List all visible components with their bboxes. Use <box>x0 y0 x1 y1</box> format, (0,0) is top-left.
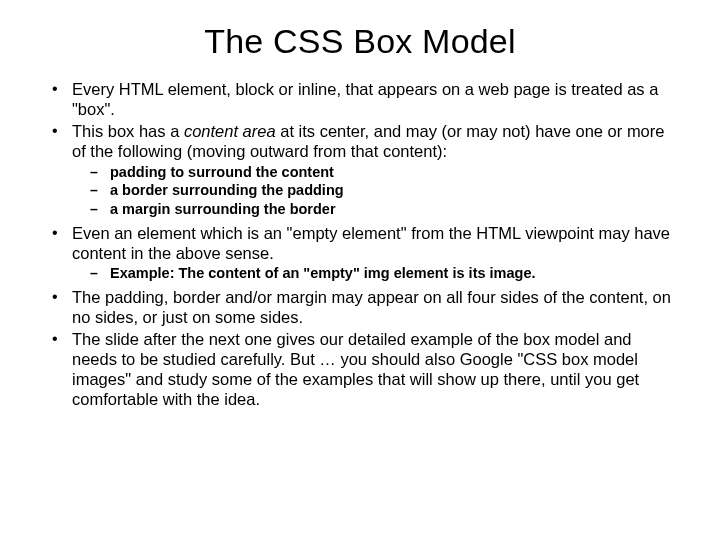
bullet-item: The padding, border and/or margin may ap… <box>44 287 676 327</box>
sub-bullet-item: a border surrounding the padding <box>72 182 676 200</box>
bullet-list: Every HTML element, block or inline, tha… <box>44 79 676 409</box>
sub-bullet-item: a margin surrounding the border <box>72 201 676 219</box>
sub-bullet-item: padding to surround the content <box>72 164 676 182</box>
bullet-emphasis: content area <box>184 122 276 140</box>
sub-bullet-text: Example: The content of an "empty" img e… <box>110 265 535 281</box>
bullet-item: This box has a content area at its cente… <box>44 121 676 218</box>
sub-bullet-text: padding to surround the content <box>110 164 334 180</box>
sub-bullet-text: a margin surrounding the border <box>110 201 336 217</box>
bullet-item: The slide after the next one gives our d… <box>44 329 676 410</box>
bullet-text: The slide after the next one gives our d… <box>72 330 639 408</box>
slide-title: The CSS Box Model <box>0 22 720 61</box>
bullet-item: Every HTML element, block or inline, tha… <box>44 79 676 119</box>
bullet-text: Every HTML element, block or inline, tha… <box>72 80 658 118</box>
sub-bullet-text: a border surrounding the padding <box>110 182 344 198</box>
bullet-text: This box has a <box>72 122 184 140</box>
bullet-item: Even an element which is an "empty eleme… <box>44 223 676 283</box>
bullet-text: The padding, border and/or margin may ap… <box>72 288 671 326</box>
sub-bullet-item: Example: The content of an "empty" img e… <box>72 265 676 283</box>
slide-content: Every HTML element, block or inline, tha… <box>0 79 720 409</box>
slide: The CSS Box Model Every HTML element, bl… <box>0 22 720 540</box>
sub-bullet-list: padding to surround the content a border… <box>72 164 676 219</box>
sub-bullet-list: Example: The content of an "empty" img e… <box>72 265 676 283</box>
bullet-text: Even an element which is an "empty eleme… <box>72 224 670 262</box>
